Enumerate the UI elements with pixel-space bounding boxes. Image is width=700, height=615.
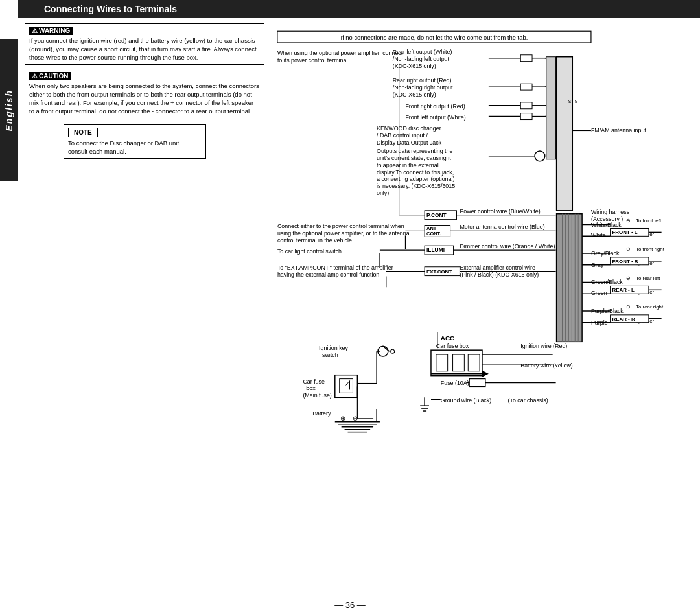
wiring-diagram: If no connections are made, do not let t… <box>271 23 694 590</box>
svg-text:If no connections are made, do: If no connections are made, do not let t… <box>341 34 528 41</box>
svg-text:REAR • L: REAR • L <box>612 287 635 293</box>
svg-rect-6 <box>520 55 532 62</box>
caution-text: When only two speakers are being connect… <box>29 82 260 115</box>
svg-text:⊖: ⊖ <box>626 218 631 224</box>
svg-text:⊕: ⊕ <box>340 415 345 422</box>
svg-text:to its power control terminal.: to its power control terminal. <box>277 57 349 64</box>
svg-text:⊖: ⊖ <box>626 304 631 310</box>
svg-text:BUS: BUS <box>568 99 578 104</box>
svg-text:Ground wire (Black): Ground wire (Black) <box>441 397 491 404</box>
svg-text:To rear right: To rear right <box>636 304 664 310</box>
svg-text:only): only) <box>377 190 389 196</box>
svg-point-32 <box>535 151 545 161</box>
svg-text:To front right: To front right <box>636 246 665 252</box>
side-tab: English <box>0 39 18 181</box>
svg-text:Dimmer control wire (Orange / : Dimmer control wire (Orange / White) <box>460 243 555 249</box>
svg-text:To "EXT.AMP.CONT." terminal of: To "EXT.AMP.CONT." terminal of the ampli… <box>277 264 393 271</box>
svg-text:External amplifier control wir: External amplifier control wire <box>460 264 535 271</box>
page-header: Connecting Wires to Terminals <box>18 0 700 18</box>
svg-text:REAR • R: REAR • R <box>612 316 636 322</box>
svg-text:FRONT • L: FRONT • L <box>612 229 638 235</box>
main-content: WARNING If you connect the ignition wire… <box>18 18 700 595</box>
svg-text:unit's current state, causing : unit's current state, causing it <box>377 155 451 161</box>
svg-rect-140 <box>431 350 482 376</box>
svg-text:Car fuse: Car fuse <box>303 378 325 385</box>
svg-text:Outputs data representing the: Outputs data representing the <box>377 148 452 154</box>
svg-text:using the optional power ampli: using the optional power amplifier, or t… <box>277 230 410 237</box>
svg-text:FM/AM antenna input: FM/AM antenna input <box>591 127 646 133</box>
svg-text:Power control wire (Blue/White: Power control wire (Blue/White) <box>460 208 540 215</box>
svg-rect-20 <box>520 113 532 120</box>
svg-text:is necessary. (KDC-X615/6015: is necessary. (KDC-X615/6015 <box>377 183 455 189</box>
left-column: WARNING If you connect the ignition wire… <box>25 23 271 590</box>
svg-text:KENWOOD disc changer: KENWOOD disc changer <box>377 125 441 132</box>
svg-marker-149 <box>482 371 489 377</box>
svg-text:(Pink / Black) (KDC-X615 only): (Pink / Black) (KDC-X615 only) <box>460 272 539 278</box>
svg-rect-38 <box>546 57 556 159</box>
svg-text:Battery: Battery <box>312 410 331 417</box>
svg-text:switch: switch <box>322 352 338 358</box>
svg-text:/ DAB control input /: / DAB control input / <box>377 132 428 139</box>
svg-rect-152 <box>469 379 485 387</box>
svg-text:Wiring harness: Wiring harness <box>591 209 630 215</box>
svg-text:display.To connect to this jac: display.To connect to this jack, <box>377 169 454 176</box>
svg-text:Rear right output (Red): Rear right output (Red) <box>393 77 452 84</box>
svg-text:Car fuse box: Car fuse box <box>436 343 469 349</box>
svg-text:Motor antenna control wire (Bl: Motor antenna control wire (Blue) <box>460 224 544 230</box>
svg-text:Ignition key: Ignition key <box>319 345 348 351</box>
diagram-area: If no connections are made, do not let t… <box>271 23 694 590</box>
svg-text:ACC: ACC <box>441 334 454 342</box>
svg-text:/Non-fading left output: /Non-fading left output <box>393 56 450 62</box>
svg-text:having the external amp contro: having the external amp control function… <box>277 272 381 278</box>
svg-rect-165 <box>335 375 358 398</box>
svg-text:Display Data Output Jack: Display Data Output Jack <box>377 139 442 146</box>
caution-title: CAUTION <box>29 72 71 80</box>
svg-text:⊖: ⊖ <box>626 275 631 281</box>
svg-text:/Non-fading right output: /Non-fading right output <box>393 84 453 91</box>
svg-rect-12 <box>520 84 532 90</box>
svg-text:EXT.CONT.: EXT.CONT. <box>426 269 452 275</box>
svg-text:a converting adapter (optional: a converting adapter (optional) <box>377 176 454 182</box>
svg-text:(To car chassis): (To car chassis) <box>508 397 548 404</box>
svg-text:ILLUMI: ILLUMI <box>426 247 445 253</box>
svg-text:Green: Green <box>591 290 607 296</box>
svg-text:Front left output (White): Front left output (White) <box>405 114 465 121</box>
svg-text:Fuse (10A): Fuse (10A) <box>441 380 469 386</box>
svg-text:P.CONT: P.CONT <box>426 212 447 218</box>
note-box: NOTE To connect the Disc changer or DAB … <box>64 124 206 159</box>
note-title: NOTE <box>68 128 98 137</box>
svg-text:To front left: To front left <box>636 218 662 224</box>
svg-text:Connect either to the power co: Connect either to the power control term… <box>277 223 404 229</box>
warning-text: If you connect the ignition wire (red) a… <box>29 37 260 62</box>
side-tab-label: English <box>4 89 14 132</box>
svg-point-137 <box>391 349 395 353</box>
svg-text:To rear left: To rear left <box>636 275 660 281</box>
svg-text:⊖: ⊖ <box>626 246 631 252</box>
svg-text:Battery wire (Yellow): Battery wire (Yellow) <box>520 362 573 369</box>
svg-text:Ignition wire (Red): Ignition wire (Red) <box>520 343 567 349</box>
svg-rect-16 <box>520 102 532 109</box>
svg-text:Front right output (Red): Front right output (Red) <box>405 103 465 110</box>
page-title: Connecting Wires to Terminals <box>44 4 177 14</box>
caution-box: CAUTION When only two speakers are being… <box>25 69 264 119</box>
svg-text:CONT.: CONT. <box>426 231 441 237</box>
warning-title: WARNING <box>29 27 73 35</box>
svg-text:White: White <box>591 232 606 238</box>
svg-text:box: box <box>306 385 316 391</box>
svg-text:control terminal in the vehicl: control terminal in the vehicle. <box>277 237 353 244</box>
note-text: To connect the Disc changer or DAB unit,… <box>68 139 202 156</box>
svg-text:(Main fuse): (Main fuse) <box>303 392 331 399</box>
svg-rect-43 <box>557 57 573 211</box>
svg-text:FRONT • R: FRONT • R <box>612 259 638 264</box>
warning-box: WARNING If you connect the ignition wire… <box>25 23 264 65</box>
svg-text:To car light control switch: To car light control switch <box>277 248 342 255</box>
page-container: English Connecting Wires to Terminals WA… <box>0 0 700 615</box>
svg-text:When using the optional power : When using the optional power amplifier,… <box>277 50 403 56</box>
page-number: — 36 — <box>0 595 700 615</box>
svg-text:to appear in the external: to appear in the external <box>377 162 439 168</box>
